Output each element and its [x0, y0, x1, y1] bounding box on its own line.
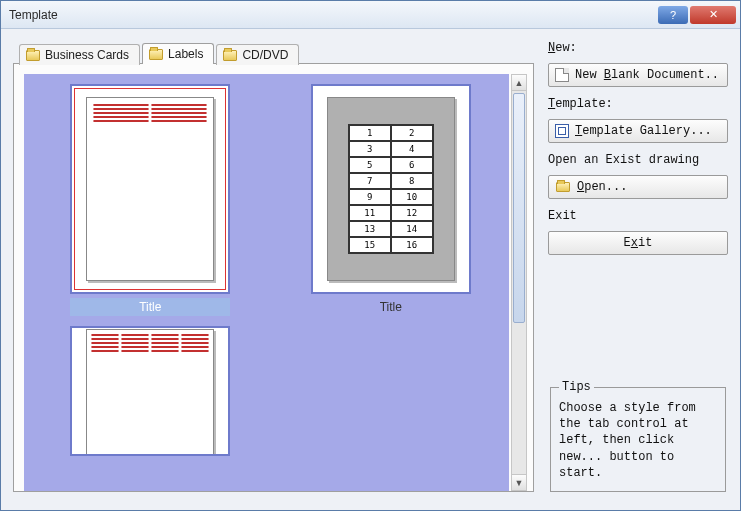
page-preview: [86, 97, 214, 281]
template-gallery: Title 1 2 3 4 5: [24, 74, 509, 491]
scrollbar-vertical[interactable]: ▲ ▼: [511, 74, 527, 491]
tabstrip: Business Cards Labels CD/DVD: [13, 39, 534, 63]
tab-label: Business Cards: [45, 48, 129, 62]
button-label: Template Gallery...: [575, 124, 712, 138]
section-label-open: Open an Exist drawing: [548, 153, 728, 167]
titlebar: Template ? ✕: [1, 1, 740, 29]
page-preview: 1 2 3 4 5 6 7 8 9 10: [327, 97, 455, 281]
folder-icon: [223, 50, 237, 61]
button-label: New Blank Document..: [575, 68, 719, 82]
tab-label: Labels: [168, 47, 203, 61]
template-icon: [555, 124, 569, 138]
scroll-down-button[interactable]: ▼: [512, 474, 526, 490]
scroll-up-button[interactable]: ▲: [512, 75, 526, 91]
section-label-exit: Exit: [548, 209, 728, 223]
tab-cd-dvd[interactable]: CD/DVD: [216, 44, 299, 65]
tips-body: Choose a style from the tab control at l…: [559, 400, 717, 481]
thumbnail-frame: [70, 326, 230, 456]
tab-business-cards[interactable]: Business Cards: [19, 44, 140, 65]
folder-icon: [149, 49, 163, 60]
tab-labels[interactable]: Labels: [142, 43, 214, 64]
open-button[interactable]: Open...: [548, 175, 728, 199]
scroll-thumb[interactable]: [513, 93, 525, 323]
tips-legend: Tips: [559, 380, 594, 394]
gallery-wrap: Title 1 2 3 4 5: [14, 64, 533, 491]
open-folder-icon: [555, 181, 571, 193]
new-blank-document-button[interactable]: New Blank Document..: [548, 63, 728, 87]
section-label-new: New:: [548, 41, 728, 55]
tips-box: Tips Choose a style from the tab control…: [550, 380, 726, 492]
left-column: Business Cards Labels CD/DVD: [13, 39, 534, 492]
thumbnail-frame: [70, 84, 230, 294]
page-preview: [86, 329, 214, 456]
tab-label: CD/DVD: [242, 48, 288, 62]
client-area: Business Cards Labels CD/DVD: [1, 29, 740, 510]
exit-button[interactable]: Exit: [548, 231, 728, 255]
help-button[interactable]: ?: [658, 6, 688, 24]
window-title: Template: [9, 8, 656, 22]
thumbnail-caption: Title: [311, 298, 471, 316]
close-button[interactable]: ✕: [690, 6, 736, 24]
right-column: New: New Blank Document.. Template: Temp…: [548, 39, 728, 492]
button-label: Exit: [624, 236, 653, 250]
thumbnail-caption: Title: [70, 298, 230, 316]
gallery-item[interactable]: 1 2 3 4 5 6 7 8 9 10: [283, 84, 500, 316]
folder-icon: [26, 50, 40, 61]
button-label: Open...: [577, 180, 627, 194]
template-dialog: Template ? ✕ Business Cards Labels CD/DV…: [0, 0, 741, 511]
gallery-item[interactable]: Title: [42, 84, 259, 316]
gallery-item[interactable]: [42, 326, 259, 456]
document-icon: [555, 68, 569, 82]
template-gallery-button[interactable]: Template Gallery...: [548, 119, 728, 143]
thumbnail-frame: 1 2 3 4 5 6 7 8 9 10: [311, 84, 471, 294]
section-label-template: Template:: [548, 97, 728, 111]
tab-page: Title 1 2 3 4 5: [13, 63, 534, 492]
